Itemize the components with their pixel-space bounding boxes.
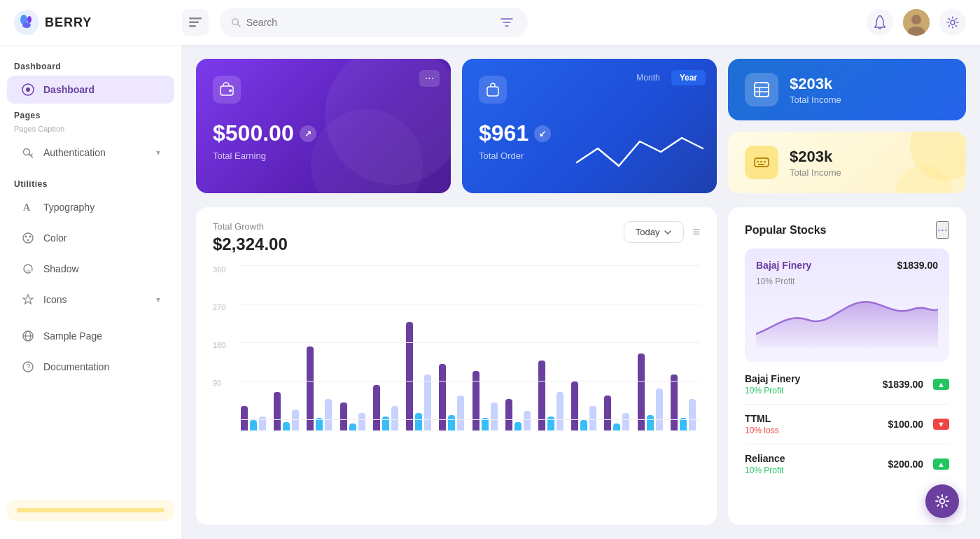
top-cards: ··· $500.00 ↗ Total Earning Month xyxy=(196,59,966,193)
svg-point-23 xyxy=(29,236,31,238)
svg-point-2 xyxy=(27,16,31,23)
stock-item-reliance-price: $200.00 ▲ xyxy=(888,458,950,470)
svg-rect-42 xyxy=(764,161,766,162)
svg-point-3 xyxy=(22,22,31,28)
sidebar-item-icons-label: Icons xyxy=(43,294,66,305)
tab-month[interactable]: Month xyxy=(628,70,668,85)
sidebar-item-sample-page[interactable]: Sample Page xyxy=(7,322,174,350)
icons-icon xyxy=(21,293,35,307)
grid-lines xyxy=(238,265,700,419)
logo-icon xyxy=(14,10,39,35)
bell-icon xyxy=(874,15,886,29)
menu-button[interactable] xyxy=(182,9,209,36)
search-icon xyxy=(231,17,241,28)
fab-settings-button[interactable] xyxy=(925,484,959,518)
sidebar-item-shadow-label: Shadow xyxy=(43,263,79,274)
sidebar-item-documentation[interactable]: ? Documentation xyxy=(7,353,174,381)
svg-rect-5 xyxy=(189,22,199,24)
stat-info-yellow: $203k Total Income xyxy=(790,148,841,178)
bar-blue-1 xyxy=(250,420,257,430)
svg-point-26 xyxy=(26,270,33,272)
key-icon xyxy=(21,146,35,160)
stat-icon-blue xyxy=(745,73,778,106)
featured-stock-svg xyxy=(756,292,938,348)
order-wave-chart xyxy=(570,127,710,179)
stock-list: Bajaj Finery 10% Profit $1839.00 ▲ TTML … xyxy=(745,373,949,484)
featured-stock-name: Bajaj Finery xyxy=(756,260,811,271)
sidebar-section-utilities: Utilities xyxy=(0,174,181,192)
chart-filter-button[interactable]: Today xyxy=(624,221,685,243)
header: BERRY xyxy=(0,0,980,45)
reliance-trend-icon: ▲ xyxy=(933,458,949,470)
chart-menu-button[interactable]: ≡ xyxy=(692,225,700,239)
stock-item-ttml-info: TTML 10% loss xyxy=(745,413,779,435)
stat-card-income-blue: $203k Total Income xyxy=(728,59,966,120)
notification-button[interactable] xyxy=(867,9,893,36)
svg-text:?: ? xyxy=(27,363,31,371)
chart-amount: $2,324.00 xyxy=(213,234,288,254)
svg-rect-35 xyxy=(755,83,769,97)
reliance-price: $200.00 xyxy=(888,458,924,470)
stocks-card: Popular Stocks ··· Bajaj Finery $1839.00… xyxy=(728,207,966,525)
featured-stock-profit: 10% Profit xyxy=(756,276,938,286)
earning-more-button[interactable]: ··· xyxy=(419,70,440,87)
chart-filter-label: Today xyxy=(636,227,660,237)
bajaj-price: $1839.00 xyxy=(883,379,923,390)
svg-line-8 xyxy=(237,24,239,27)
sidebar: Dashboard Dashboard Pages Pages Caption … xyxy=(0,45,182,539)
search-input[interactable] xyxy=(246,17,492,28)
card-total-order: Month Year $961 ↙ Total Order xyxy=(462,59,717,193)
sidebar-item-dashboard[interactable]: Dashboard xyxy=(7,76,174,104)
sidebar-section-pages: Pages xyxy=(0,105,181,123)
svg-point-13 xyxy=(911,15,921,24)
sidebar-item-icons[interactable]: Icons ▾ xyxy=(7,286,174,314)
sidebar-item-documentation-label: Documentation xyxy=(43,361,109,372)
stocks-more-button[interactable]: ··· xyxy=(936,221,949,239)
stock-name-reliance: Reliance xyxy=(745,453,785,464)
stock-item-bajaj: Bajaj Finery 10% Profit $1839.00 ▲ xyxy=(745,373,949,405)
fab-gear-icon xyxy=(934,493,950,509)
keyboard-icon xyxy=(752,153,771,172)
tab-year[interactable]: Year xyxy=(671,70,706,85)
stock-profit-bajaj: 10% Profit xyxy=(745,386,800,396)
stocks-title: Popular Stocks xyxy=(745,224,826,237)
search-filter-button[interactable] xyxy=(497,11,517,34)
bajaj-trend-icon: ▲ xyxy=(933,379,949,390)
chart-header: Total Growth $2,324.00 Today ≡ xyxy=(213,221,700,254)
svg-rect-41 xyxy=(760,161,762,162)
stat-label-blue: Total Income xyxy=(790,94,841,105)
bar-chart: 360 270 180 90 xyxy=(213,265,700,433)
stock-item-bajaj-info: Bajaj Finery 10% Profit xyxy=(745,373,800,396)
sidebar-item-authentication[interactable]: Authentication ▾ xyxy=(7,139,174,167)
svg-rect-40 xyxy=(757,161,759,162)
sidebar-item-color-label: Color xyxy=(43,232,66,244)
dashboard-icon xyxy=(21,83,35,97)
sidebar-item-color[interactable]: Color xyxy=(7,224,174,252)
y-label-360: 360 xyxy=(213,265,225,274)
shadow-icon xyxy=(21,262,35,276)
chevron-down-icon: ▾ xyxy=(156,148,160,158)
y-label-90: 90 xyxy=(213,379,225,387)
featured-stock-chart: Bajaj Finery $1839.00 10% Profit xyxy=(745,248,949,362)
sidebar-section-dashboard: Dashboard xyxy=(0,56,181,74)
sidebar-caption: Pages Caption xyxy=(0,123,181,137)
stock-name-bajaj: Bajaj Finery xyxy=(745,373,800,384)
chart-title: Total Growth xyxy=(213,221,288,232)
stock-item-ttml: TTML 10% loss $100.00 ▼ xyxy=(745,413,949,444)
shopping-bag-icon xyxy=(485,82,500,97)
help-icon: ? xyxy=(21,360,35,374)
stock-item-bajaj-price: $1839.00 ▲ xyxy=(883,379,949,390)
icons-chevron-icon: ▾ xyxy=(156,295,160,304)
settings-button[interactable] xyxy=(939,9,966,36)
sidebar-bottom-widget xyxy=(7,500,174,521)
search-bar xyxy=(220,8,528,37)
sidebar-item-authentication-label: Authentication xyxy=(43,147,106,158)
earning-icon-box xyxy=(213,76,241,104)
svg-rect-6 xyxy=(189,25,196,27)
sidebar-item-shadow[interactable]: Shadow xyxy=(7,255,174,283)
stock-profit-ttml: 10% loss xyxy=(745,426,779,435)
sidebar-item-typography[interactable]: A Typography xyxy=(7,193,174,221)
svg-rect-43 xyxy=(758,164,764,165)
y-label-270: 270 xyxy=(213,303,225,312)
gear-icon xyxy=(946,16,959,29)
